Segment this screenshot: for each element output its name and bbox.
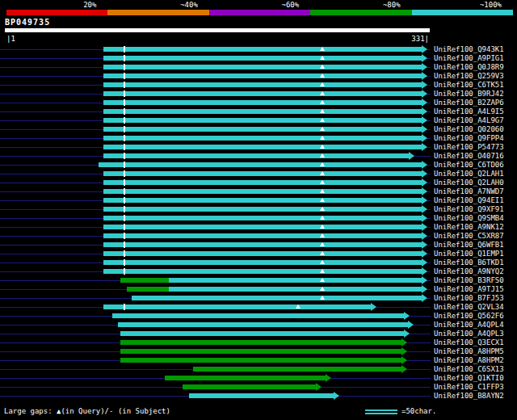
alignment-bar[interactable] xyxy=(99,162,422,167)
hit-label[interactable]: UniRef100_B9RJ42 xyxy=(434,90,504,99)
hit-label[interactable]: UniRef100_C1FFP3 xyxy=(434,383,504,392)
alignment-bar[interactable] xyxy=(103,180,422,185)
alignment-bar[interactable] xyxy=(169,278,422,283)
alignment-bar[interactable] xyxy=(103,304,371,309)
hit-label[interactable]: UniRef100_Q9XF91 xyxy=(434,205,504,214)
query-gap-triangle-icon xyxy=(296,304,301,309)
alignment-bar[interactable] xyxy=(103,153,409,158)
hit-label[interactable]: UniRef100_A4L9G7 xyxy=(434,116,504,125)
hit-label[interactable]: UniRef100_Q562F6 xyxy=(434,312,504,321)
alignment-bar[interactable] xyxy=(169,287,422,292)
hit-label[interactable]: UniRef100_A7NWD7 xyxy=(434,187,504,196)
alignment-bar[interactable] xyxy=(103,233,422,238)
alignment-bar[interactable] xyxy=(103,198,422,203)
hit-row: UniRef100_Q259V3 xyxy=(0,72,517,81)
alignment-bar[interactable] xyxy=(103,242,422,247)
alignment-bar[interactable] xyxy=(120,358,401,363)
alignment-bar[interactable] xyxy=(165,376,326,380)
hit-label[interactable]: UniRef100_Q943K1 xyxy=(434,45,504,54)
hit-label[interactable]: UniRef100_A9NYQ2 xyxy=(434,267,504,276)
hit-label[interactable]: UniRef100_A9NK12 xyxy=(434,223,504,232)
subject-gap-tick-icon xyxy=(124,268,125,275)
hit-label[interactable]: UniRef100_C5XR87 xyxy=(434,232,504,241)
alignment-bar[interactable] xyxy=(118,322,408,327)
hit-label[interactable]: UniRef100_Q3ECX1 xyxy=(434,338,504,347)
hit-label[interactable]: UniRef100_Q2VL34 xyxy=(434,303,504,312)
alignment-bar[interactable] xyxy=(103,260,422,265)
alignment-bar[interactable] xyxy=(103,225,422,229)
arrowhead-icon xyxy=(371,303,376,311)
hit-label[interactable]: UniRef100_C6TK51 xyxy=(434,81,504,90)
hit-label[interactable]: UniRef100_Q2LAH1 xyxy=(434,170,504,178)
alignment-bar[interactable] xyxy=(120,340,401,345)
arrowhead-icon xyxy=(422,214,427,222)
hit-label[interactable]: UniRef100_B8AYN2 xyxy=(434,392,504,401)
hit-label[interactable]: UniRef100_B6TKD1 xyxy=(434,258,504,267)
alignment-bar[interactable] xyxy=(103,189,422,194)
alignment-bar[interactable] xyxy=(103,216,422,220)
alignment-bar[interactable] xyxy=(103,82,422,87)
hit-label[interactable]: UniRef100_Q2LAH0 xyxy=(434,178,504,187)
alignment-bar[interactable] xyxy=(103,65,422,69)
alignment-bar[interactable] xyxy=(103,269,422,274)
alignment-bar[interactable] xyxy=(103,127,422,132)
hit-label[interactable]: UniRef100_Q9SMB4 xyxy=(434,214,504,223)
alignment-bar[interactable] xyxy=(112,313,404,318)
alignment-bar[interactable] xyxy=(127,287,169,292)
alignment-bar[interactable] xyxy=(183,384,316,389)
alignment-viewer: 20%~40%~60%~80%~100% BP049735 |1 331| Un… xyxy=(0,0,517,420)
hit-label[interactable]: UniRef100_A4L9I5 xyxy=(434,107,504,116)
query-bar xyxy=(5,28,430,32)
scale-sample-line xyxy=(365,410,397,414)
hit-label[interactable]: UniRef100_A8HPM2 xyxy=(434,356,504,365)
hit-label[interactable]: UniRef100_A4QPL4 xyxy=(434,321,504,330)
hit-label[interactable]: UniRef100_A9TJ15 xyxy=(434,285,504,294)
scale-end-label: 331| xyxy=(0,35,429,43)
hit-label[interactable]: UniRef100_Q1KTI0 xyxy=(434,374,504,383)
alignment-bar[interactable] xyxy=(103,47,422,52)
hit-label[interactable]: UniRef100_A4QPL3 xyxy=(434,330,504,338)
hit-label[interactable]: UniRef100_O40716 xyxy=(434,152,504,161)
hit-label[interactable]: UniRef100_Q02060 xyxy=(434,125,504,134)
query-gap-triangle-icon xyxy=(320,47,325,51)
alignment-bar[interactable] xyxy=(103,145,422,149)
hit-label[interactable]: UniRef100_A9PIG1 xyxy=(434,54,504,63)
hit-label[interactable]: UniRef100_Q9FPP4 xyxy=(434,134,504,143)
alignment-bar[interactable] xyxy=(103,100,422,105)
alignment-bar[interactable] xyxy=(103,109,422,114)
hit-label[interactable]: UniRef100_B2ZAP6 xyxy=(434,99,504,107)
hit-label[interactable]: UniRef100_Q259V3 xyxy=(434,72,504,81)
hit-row: UniRef100_Q1EMP1 xyxy=(0,250,517,258)
subject-gap-tick-icon xyxy=(124,144,125,150)
alignment-bar[interactable] xyxy=(103,251,422,256)
hit-label[interactable]: UniRef100_P54773 xyxy=(434,143,504,152)
alignment-bar[interactable] xyxy=(120,278,169,283)
alignment-bar[interactable] xyxy=(103,136,422,141)
alignment-bar[interactable] xyxy=(103,171,422,176)
hit-label[interactable]: UniRef100_Q94EI1 xyxy=(434,196,504,205)
query-gap-triangle-icon xyxy=(320,296,325,300)
alignment-bar[interactable] xyxy=(103,207,422,212)
arrowhead-icon xyxy=(422,116,427,124)
hit-label[interactable]: UniRef100_C6TD06 xyxy=(434,161,504,170)
hit-row: UniRef100_A9NK12 xyxy=(0,223,517,232)
alignment-bar[interactable] xyxy=(103,91,422,96)
hit-label[interactable]: UniRef100_B3RFS0 xyxy=(434,276,504,285)
alignment-bar[interactable] xyxy=(189,393,334,398)
hit-label[interactable]: UniRef100_C6SX13 xyxy=(434,365,504,374)
subject-gap-tick-icon xyxy=(124,126,125,132)
alignment-bar[interactable] xyxy=(120,349,401,354)
alignment-bar[interactable] xyxy=(132,296,422,300)
alignment-bar[interactable] xyxy=(103,118,422,123)
hit-label[interactable]: UniRef100_Q1EMP1 xyxy=(434,250,504,258)
alignment-bar[interactable] xyxy=(103,74,422,78)
key-color-segment xyxy=(107,10,208,15)
alignment-bar[interactable] xyxy=(193,367,401,372)
arrowhead-icon xyxy=(422,267,427,275)
alignment-bar[interactable] xyxy=(103,56,422,61)
hit-label[interactable]: UniRef100_Q0J8R9 xyxy=(434,63,504,72)
hit-label[interactable]: UniRef100_Q6WFB1 xyxy=(434,241,504,250)
hit-label[interactable]: UniRef100_A8HPM5 xyxy=(434,347,504,356)
hit-label[interactable]: UniRef100_B7FJ53 xyxy=(434,294,504,303)
alignment-bar[interactable] xyxy=(120,331,404,336)
